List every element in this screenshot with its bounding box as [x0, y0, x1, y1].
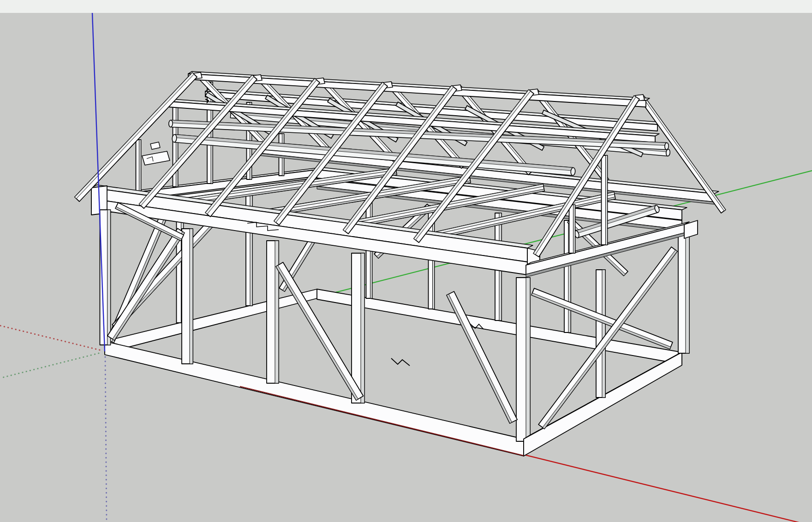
viewport-background: [0, 0, 812, 522]
modeling-viewport[interactable]: [0, 0, 812, 522]
scene-svg: [0, 0, 812, 522]
window-chrome-strip: [0, 0, 812, 13]
application-window: [0, 0, 812, 522]
